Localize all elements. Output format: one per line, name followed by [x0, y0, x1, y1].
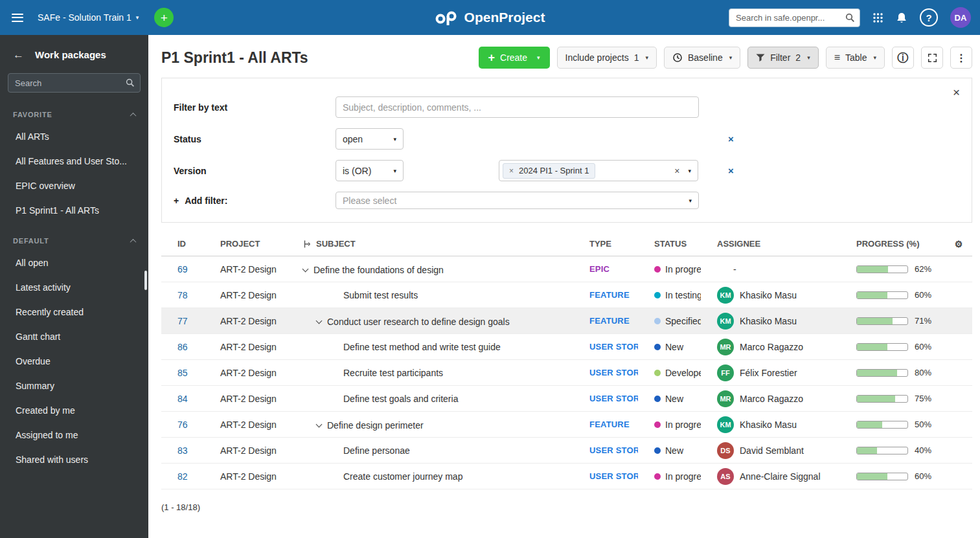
version-operator-select[interactable]: is (OR) ▾	[336, 160, 404, 181]
progress-bar	[856, 473, 908, 480]
wp-id-link[interactable]: 85	[177, 368, 188, 378]
column-header-subject[interactable]: SUBJECT	[287, 239, 573, 249]
sidebar-item[interactable]: All ARTs	[0, 124, 148, 149]
wp-type: USER STORY	[573, 471, 638, 481]
collapse-chevron-icon[interactable]	[316, 318, 323, 324]
sidebar-item[interactable]: Created by me	[0, 398, 148, 423]
wp-id-link[interactable]: 76	[177, 420, 188, 430]
wp-id-link[interactable]: 69	[177, 264, 188, 275]
sidebar-item[interactable]: Shared with users	[0, 447, 148, 472]
wp-project: ART-2 Design	[204, 420, 287, 430]
avatar: KM	[717, 313, 734, 330]
sidebar-section: FAVORITE All ARTs All Features and User …	[0, 96, 148, 223]
add-filter-label[interactable]: + Add filter:	[174, 196, 336, 206]
settings-gear-icon[interactable]: ⚙	[955, 239, 963, 249]
sidebar-item[interactable]: Summary	[0, 374, 148, 398]
wp-id-link[interactable]: 86	[177, 342, 188, 352]
project-selector[interactable]: SAFe - Solution Train 1 ▾	[38, 12, 139, 23]
create-button-label: Create	[500, 52, 527, 63]
wp-project: ART-2 Design	[204, 342, 287, 352]
wp-status: In progress	[665, 471, 701, 482]
remove-status-filter-button[interactable]: ×	[728, 134, 734, 144]
help-button[interactable]: ?	[920, 8, 938, 27]
sidebar-item[interactable]: Recently created	[0, 300, 148, 324]
info-button[interactable]: ⓘ	[892, 47, 914, 69]
view-mode-button[interactable]: ≡ Table ▾	[826, 47, 885, 69]
sidebar-item[interactable]: Assigned to me	[0, 423, 148, 447]
back-button[interactable]: ←	[13, 49, 24, 60]
collapse-chevron-icon[interactable]	[302, 266, 309, 273]
column-header-status[interactable]: STATUS	[638, 239, 701, 249]
sidebar-section: DEFAULT All open Latest activity Recentl…	[0, 223, 148, 472]
search-icon	[845, 13, 855, 23]
collapse-chevron-icon[interactable]	[316, 421, 323, 428]
add-filter-placeholder: Please select	[343, 196, 396, 206]
quick-add-button[interactable]: +	[154, 8, 174, 27]
sidebar-item[interactable]: All open	[0, 251, 148, 275]
status-operator-select[interactable]: open ▾	[336, 128, 404, 150]
avatar: MR	[717, 390, 734, 407]
sidebar-section-header[interactable]: DEFAULT	[0, 223, 148, 251]
chevron-down-icon: ▾	[689, 197, 692, 204]
sidebar-section-header[interactable]: FAVORITE	[0, 96, 148, 124]
remove-chip-icon[interactable]: ×	[509, 167, 514, 175]
fullscreen-button[interactable]	[921, 47, 943, 69]
sidebar-item[interactable]: Overdue	[0, 349, 148, 374]
table-row[interactable]: 82 ART-2 Design Create customer journey …	[161, 464, 972, 489]
notifications-button[interactable]	[896, 12, 907, 24]
status-dot	[654, 370, 661, 376]
wp-id-link[interactable]: 77	[177, 316, 188, 326]
table-row[interactable]: 83 ART-2 Design Define personae USER STO…	[161, 438, 972, 464]
add-filter-select[interactable]: Please select ▾	[336, 192, 699, 209]
logo-text: OpenProject	[464, 10, 545, 25]
column-header-project[interactable]: PROJECT	[204, 239, 287, 249]
sidebar-item[interactable]: All Features and User Sto...	[0, 149, 148, 174]
wp-type: FEATURE	[573, 420, 638, 429]
global-search-input[interactable]	[729, 8, 860, 27]
table-row[interactable]: 76 ART-2 Design Define design perimeter …	[161, 412, 972, 438]
wp-id-link[interactable]: 83	[177, 445, 188, 456]
column-header-type[interactable]: TYPE	[573, 239, 638, 249]
wp-assignee: Anne-Claire Siggnal	[740, 471, 821, 482]
table-row[interactable]: 84 ART-2 Design Define test goals and cr…	[161, 386, 972, 412]
topbar: SAFe - Solution Train 1 ▾ + OpenProject	[0, 0, 980, 35]
wp-id-link[interactable]: 84	[177, 394, 188, 404]
hamburger-menu-button[interactable]	[9, 8, 26, 27]
wp-id-link[interactable]: 82	[177, 471, 188, 482]
clear-selection-icon[interactable]: ×	[674, 166, 679, 175]
table-row[interactable]: 86 ART-2 Design Define test method and w…	[161, 334, 972, 360]
version-value-select[interactable]: × 2024 PI1 - Sprint 1 × ▾	[499, 160, 698, 181]
filter-text-input[interactable]	[336, 96, 699, 118]
sidebar-scrollbar-thumb[interactable]	[144, 271, 147, 290]
column-header-progress[interactable]: PROGRESS (%)	[840, 239, 945, 249]
progress-bar-fill	[857, 370, 897, 376]
column-header-assignee[interactable]: ASSIGNEE	[701, 239, 840, 249]
user-avatar[interactable]: DA	[950, 7, 971, 28]
global-search	[729, 8, 860, 27]
column-header-id[interactable]: ID	[161, 239, 204, 249]
wp-subject: Define the foundations of design	[313, 265, 444, 275]
table-row[interactable]: 78 ART-2 Design Submit test results FEAT…	[161, 282, 972, 308]
table-row[interactable]: 69 ART-2 Design Define the foundations o…	[161, 256, 972, 282]
sidebar-item[interactable]: Gantt chart	[0, 324, 148, 349]
filter-count: 2	[795, 52, 801, 63]
sidebar-search-input[interactable]	[8, 73, 141, 93]
include-projects-button[interactable]: Include projects 1 ▾	[557, 47, 657, 69]
table-row[interactable]: 77 ART-2 Design Conduct user research to…	[161, 308, 972, 334]
remove-version-filter-button[interactable]: ×	[728, 166, 734, 175]
create-button[interactable]: + Create ▾	[479, 47, 550, 69]
wp-status: New	[665, 445, 683, 456]
sidebar-item[interactable]: EPIC overview	[0, 174, 148, 198]
baseline-clock-icon	[672, 52, 683, 63]
baseline-button[interactable]: Baseline ▾	[664, 47, 740, 69]
more-options-button[interactable]: ⋮	[950, 47, 972, 69]
wp-assignee: David Semblant	[740, 445, 804, 456]
table-row[interactable]: 85 ART-2 Design Recruite test participan…	[161, 360, 972, 386]
filter-button[interactable]: Filter 2 ▾	[747, 47, 818, 69]
apps-grid-button[interactable]	[872, 12, 883, 23]
home-link[interactable]: OpenProject	[435, 10, 545, 25]
sidebar-item[interactable]: Latest activity	[0, 275, 148, 300]
wp-subject-cell: Conduct user research to define design g…	[317, 317, 510, 327]
sidebar-item[interactable]: P1 Sprint1 - All ARTs	[0, 198, 148, 223]
wp-id-link[interactable]: 78	[177, 290, 188, 300]
